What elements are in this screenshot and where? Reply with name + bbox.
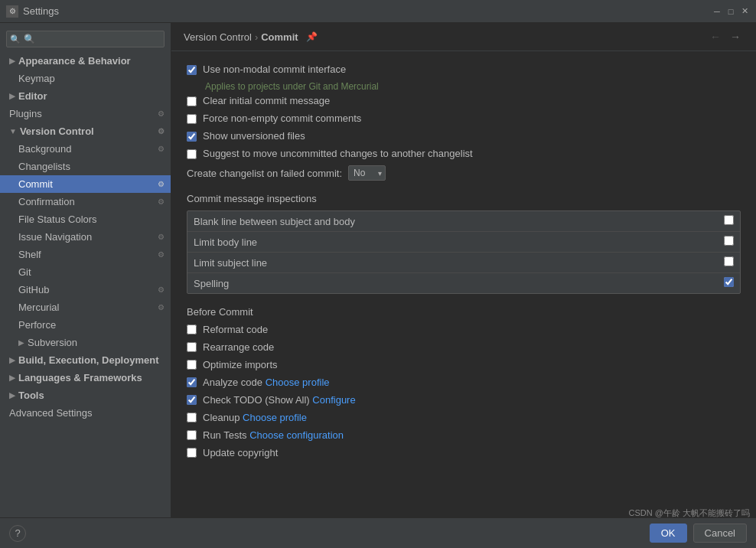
sidebar-item-commit[interactable]: Commit ⚙	[0, 175, 171, 193]
show-unversioned-row: Show unversioned files	[187, 130, 741, 142]
run-tests-row: Run Tests Choose configuration	[187, 429, 741, 441]
choose-profile-link[interactable]: Choose profile	[266, 377, 330, 388]
sidebar-item-github[interactable]: GitHub ⚙	[0, 281, 171, 298]
update-copyright-row: Update copyright	[187, 447, 741, 458]
sidebar-item-shelf[interactable]: Shelf ⚙	[0, 246, 171, 263]
ok-button[interactable]: OK	[650, 524, 687, 543]
changelist-dropdown[interactable]: No Yes Ask	[348, 165, 386, 181]
check-todo-label: Check TODO (Show All) Configure	[203, 394, 356, 406]
rearrange-code-checkbox[interactable]	[187, 342, 197, 352]
sidebar: 🔍 ▶ Appearance & Behavior Keymap ▶ Edito…	[0, 23, 171, 517]
use-non-modal-checkbox[interactable]	[187, 65, 197, 75]
force-non-empty-row: Force non-empty commit comments	[187, 113, 741, 124]
brand-text: CSDN @午龄 大帆不能搬砖了吗	[629, 507, 750, 519]
bottom-bar-left: ?	[9, 525, 26, 542]
cleanup-checkbox[interactable]	[187, 413, 197, 422]
use-non-modal-row: Use non-modal commit interface	[187, 64, 741, 75]
cancel-button[interactable]: Cancel	[693, 524, 747, 543]
analyze-code-row: Analyze code Choose profile	[187, 377, 741, 388]
reformat-code-checkbox[interactable]	[187, 325, 197, 334]
sidebar-item-label: Changelists	[18, 161, 70, 172]
sidebar-item-build[interactable]: ▶ Build, Execution, Deployment	[0, 351, 171, 369]
sidebar-item-label: Mercurial	[18, 302, 59, 313]
sidebar-item-background[interactable]: Background ⚙	[0, 140, 171, 158]
changelist-dropdown-wrap: No Yes Ask	[348, 165, 386, 181]
clear-initial-checkbox[interactable]	[187, 96, 197, 106]
search-icon: 🔍	[10, 34, 21, 44]
sidebar-item-file-status-colors[interactable]: File Status Colors	[0, 210, 171, 228]
optimize-imports-checkbox[interactable]	[187, 360, 197, 370]
maximize-button[interactable]: □	[725, 6, 736, 17]
inspection-label: Limit body line	[194, 236, 724, 248]
inspection-checkbox-2[interactable]	[724, 256, 734, 266]
inspection-checkbox-3[interactable]	[724, 277, 734, 287]
inspection-checkbox-0[interactable]	[724, 215, 734, 225]
update-copyright-checkbox[interactable]	[187, 448, 197, 458]
force-non-empty-checkbox[interactable]	[187, 114, 197, 124]
inspection-checkbox-1[interactable]	[724, 236, 734, 246]
inspection-check	[724, 236, 734, 248]
settings-icon: ⚙	[158, 127, 165, 135]
inspections-table: Blank line between subject and body Limi…	[187, 210, 741, 294]
sidebar-item-label: Advanced Settings	[9, 407, 92, 419]
sidebar-item-label: Keymap	[18, 73, 55, 84]
sidebar-item-appearance[interactable]: ▶ Appearance & Behavior	[0, 52, 171, 70]
sidebar-item-label: Shelf	[18, 249, 41, 260]
analyze-code-label: Analyze code Choose profile	[203, 377, 330, 388]
inspection-row: Limit body line	[187, 232, 740, 253]
inspection-label: Limit subject line	[194, 257, 724, 269]
nav-forward-button[interactable]: →	[727, 29, 744, 44]
cleanup-row: Cleanup Choose profile	[187, 412, 741, 423]
sidebar-item-languages[interactable]: ▶ Languages & Frameworks	[0, 369, 171, 387]
nav-back-button[interactable]: ←	[707, 29, 724, 44]
settings-icon: ⚙	[158, 233, 165, 241]
sidebar-item-version-control[interactable]: ▼ Version Control ⚙	[0, 122, 171, 140]
breadcrumb-parent: Version Control	[184, 31, 252, 43]
inspection-row: Spelling	[187, 273, 740, 293]
breadcrumb: Version Control › Commit 📌	[184, 31, 707, 43]
reformat-code-row: Reformat code	[187, 324, 741, 335]
sidebar-item-keymap[interactable]: Keymap	[0, 70, 171, 87]
content-header: Version Control › Commit 📌 ← →	[171, 23, 756, 51]
inspections-section-title: Commit message inspections	[187, 193, 741, 204]
clear-initial-label: Clear initial commit message	[203, 95, 330, 106]
close-button[interactable]: ✕	[739, 6, 750, 17]
inspection-check	[724, 277, 734, 289]
configure-link[interactable]: Configure	[312, 394, 355, 406]
search-input[interactable]	[6, 31, 165, 47]
analyze-code-checkbox[interactable]	[187, 377, 197, 387]
show-unversioned-checkbox[interactable]	[187, 132, 197, 142]
sidebar-item-tools[interactable]: ▶ Tools	[0, 387, 171, 404]
expand-arrow-icon: ▶	[9, 57, 15, 65]
sidebar-item-changelists[interactable]: Changelists	[0, 158, 171, 175]
inspection-row: Limit subject line	[187, 253, 740, 273]
window-controls: ─ □ ✕	[712, 6, 750, 17]
suggest-move-checkbox[interactable]	[187, 149, 197, 159]
expand-arrow-icon: ▶	[9, 391, 15, 400]
sidebar-item-label: Appearance & Behavior	[18, 55, 131, 67]
pin-icon[interactable]: 📌	[306, 31, 318, 42]
help-button[interactable]: ?	[9, 525, 26, 542]
sidebar-item-git[interactable]: Git	[0, 263, 171, 281]
sidebar-item-plugins[interactable]: Plugins ⚙	[0, 105, 171, 122]
sidebar-item-advanced-settings[interactable]: Advanced Settings	[0, 404, 171, 422]
check-todo-checkbox[interactable]	[187, 395, 197, 405]
breadcrumb-current: Commit	[261, 31, 298, 43]
sidebar-item-issue-navigation[interactable]: Issue Navigation ⚙	[0, 228, 171, 246]
settings-icon: ⚙	[158, 303, 165, 312]
sidebar-item-label: Editor	[18, 90, 47, 102]
settings-icon: ⚙	[158, 109, 165, 118]
sidebar-item-label: Subversion	[28, 337, 77, 348]
sidebar-item-editor[interactable]: ▶ Editor	[0, 87, 171, 105]
sidebar-item-mercurial[interactable]: Mercurial ⚙	[0, 298, 171, 316]
sidebar-item-label: Version Control	[20, 126, 94, 137]
sidebar-item-perforce[interactable]: Perforce	[0, 316, 171, 334]
settings-icon: ⚙	[158, 145, 165, 153]
sidebar-item-confirmation[interactable]: Confirmation ⚙	[0, 193, 171, 210]
choose-config-link[interactable]: Choose configuration	[249, 429, 344, 441]
run-tests-checkbox[interactable]	[187, 430, 197, 440]
nav-arrows: ← →	[707, 29, 744, 44]
cleanup-profile-link[interactable]: Choose profile	[243, 412, 307, 423]
minimize-button[interactable]: ─	[712, 6, 722, 17]
sidebar-item-subversion[interactable]: ▶ Subversion	[0, 334, 171, 351]
